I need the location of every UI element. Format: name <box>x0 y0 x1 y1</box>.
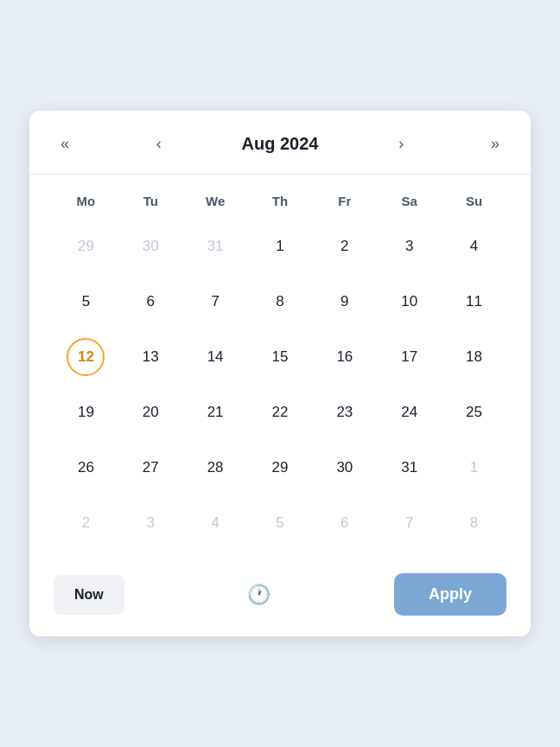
day-header-tu: Tu <box>118 188 183 214</box>
day-number: 21 <box>196 393 234 431</box>
day-cell[interactable]: 31 <box>377 442 442 494</box>
prev-year-button[interactable]: « <box>54 131 76 156</box>
day-cell[interactable]: 1 <box>248 220 313 272</box>
day-header-th: Th <box>248 188 313 214</box>
day-cell[interactable]: 3 <box>377 220 442 272</box>
day-number: 20 <box>131 393 169 431</box>
day-cell[interactable]: 8 <box>442 497 506 549</box>
days-grid: 2930311234567891011121314151617181920212… <box>54 220 506 549</box>
day-number: 7 <box>391 504 429 542</box>
day-cell[interactable]: 30 <box>312 442 377 494</box>
day-cell[interactable]: 31 <box>183 220 248 272</box>
day-number: 28 <box>196 449 234 487</box>
day-cell[interactable]: 10 <box>377 276 442 328</box>
next-month-button[interactable]: › <box>391 131 410 156</box>
day-cell[interactable]: 4 <box>442 220 506 272</box>
day-number: 4 <box>455 227 493 265</box>
day-number: 6 <box>131 283 169 321</box>
day-number: 10 <box>391 283 429 321</box>
day-cell[interactable]: 15 <box>248 331 313 383</box>
day-cell[interactable]: 5 <box>54 276 118 328</box>
prev-month-button[interactable]: ‹ <box>150 131 169 156</box>
day-number: 13 <box>131 338 169 376</box>
day-cell[interactable]: 2 <box>54 497 118 549</box>
day-number: 22 <box>261 393 299 431</box>
calendar-grid: MoTuWeThFrSaSu 2930311234567891011121314… <box>54 188 506 549</box>
apply-button[interactable]: Apply <box>394 573 506 616</box>
day-cell[interactable]: 5 <box>248 497 313 549</box>
day-cell[interactable]: 16 <box>312 331 377 383</box>
day-headers-row: MoTuWeThFrSaSu <box>54 188 506 214</box>
day-header-fr: Fr <box>312 188 377 214</box>
day-cell[interactable]: 21 <box>183 386 248 438</box>
day-header-sa: Sa <box>377 188 442 214</box>
day-header-we: We <box>183 188 248 214</box>
now-button[interactable]: Now <box>54 575 124 615</box>
day-cell[interactable]: 8 <box>248 276 313 328</box>
day-number: 7 <box>196 283 234 321</box>
day-cell[interactable]: 25 <box>442 386 506 438</box>
day-cell[interactable]: 22 <box>248 386 313 438</box>
day-number: 30 <box>131 227 169 265</box>
day-number: 8 <box>455 504 493 542</box>
day-cell[interactable]: 30 <box>118 220 183 272</box>
day-number: 5 <box>67 283 105 321</box>
day-cell[interactable]: 19 <box>54 386 118 438</box>
day-cell[interactable]: 18 <box>442 331 506 383</box>
day-number: 3 <box>131 504 169 542</box>
day-number: 1 <box>455 449 493 487</box>
calendar-panel: « ‹ Aug 2024 › » MoTuWeThFrSaSu 29303112… <box>29 111 531 636</box>
day-number: 31 <box>391 449 429 487</box>
day-cell[interactable]: 24 <box>377 386 442 438</box>
day-cell[interactable]: 27 <box>118 442 183 494</box>
calendar-footer: Now 🕐 Apply <box>54 556 506 636</box>
next-year-button[interactable]: » <box>484 131 506 156</box>
day-cell[interactable]: 2 <box>312 220 377 272</box>
day-number: 14 <box>196 338 234 376</box>
day-number: 31 <box>196 227 234 265</box>
day-number: 2 <box>67 504 105 542</box>
day-cell[interactable]: 26 <box>54 442 118 494</box>
day-cell[interactable]: 14 <box>183 331 248 383</box>
day-number: 24 <box>391 393 429 431</box>
day-cell[interactable]: 7 <box>377 497 442 549</box>
day-number: 2 <box>326 227 364 265</box>
day-number: 27 <box>131 449 169 487</box>
day-cell[interactable]: 12 <box>54 331 118 383</box>
calendar-header: « ‹ Aug 2024 › » <box>54 131 506 156</box>
day-number: 30 <box>326 449 364 487</box>
day-number: 29 <box>67 227 105 265</box>
day-cell[interactable]: 29 <box>54 220 118 272</box>
day-cell[interactable]: 1 <box>442 442 506 494</box>
day-cell[interactable]: 4 <box>183 497 248 549</box>
day-number: 1 <box>261 227 299 265</box>
day-number: 26 <box>67 449 105 487</box>
day-cell[interactable]: 11 <box>442 276 506 328</box>
day-number: 29 <box>261 449 299 487</box>
day-number: 23 <box>326 393 364 431</box>
day-number: 4 <box>196 504 234 542</box>
day-cell[interactable]: 29 <box>248 442 313 494</box>
day-number: 3 <box>391 227 429 265</box>
day-number: 25 <box>455 393 493 431</box>
day-number: 11 <box>455 283 493 321</box>
day-header-su: Su <box>442 188 506 214</box>
day-cell[interactable]: 13 <box>118 331 183 383</box>
day-cell[interactable]: 6 <box>118 276 183 328</box>
day-number: 12 <box>67 338 105 376</box>
day-number: 8 <box>261 283 299 321</box>
day-cell[interactable]: 6 <box>312 497 377 549</box>
clock-icon: 🕐 <box>247 584 270 606</box>
day-cell[interactable]: 3 <box>118 497 183 549</box>
day-cell[interactable]: 23 <box>312 386 377 438</box>
day-number: 19 <box>67 393 105 431</box>
day-cell[interactable]: 28 <box>183 442 248 494</box>
day-number: 18 <box>455 338 493 376</box>
day-cell[interactable]: 20 <box>118 386 183 438</box>
day-cell[interactable]: 9 <box>312 276 377 328</box>
day-number: 9 <box>326 283 364 321</box>
month-title: Aug 2024 <box>242 134 319 154</box>
day-number: 6 <box>326 504 364 542</box>
day-cell[interactable]: 7 <box>183 276 248 328</box>
day-cell[interactable]: 17 <box>377 331 442 383</box>
